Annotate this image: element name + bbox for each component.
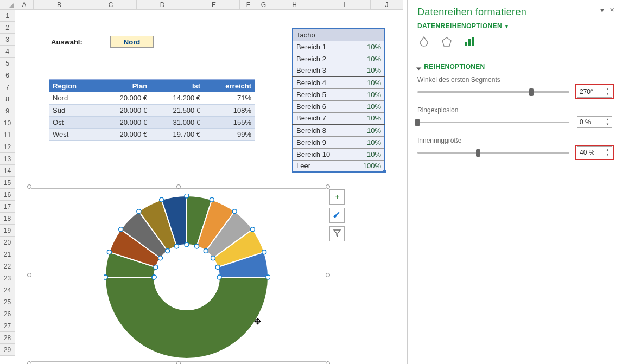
row-header-16[interactable]: 16	[0, 189, 15, 201]
chart-filter-button[interactable]	[329, 226, 345, 241]
chart-selection-handle[interactable]	[158, 256, 162, 260]
table-row[interactable]: West20.000 €19.700 €99%	[49, 128, 255, 140]
donut-chart[interactable]	[104, 194, 270, 360]
row-header-20[interactable]: 20	[0, 237, 15, 248]
angle-input[interactable]: 270°▲▼	[577, 86, 612, 98]
chart-selection-handle[interactable]	[152, 275, 156, 279]
chart-selection-handle[interactable]	[160, 197, 164, 202]
col-header-E[interactable]: E	[188, 0, 240, 10]
chart-selection-handle[interactable]	[215, 265, 220, 269]
row-header-24[interactable]: 24	[0, 284, 15, 296]
chart-selection-handle[interactable]	[217, 275, 221, 279]
section-reihenoptionen[interactable]: REIHENOPTIONEN	[408, 61, 622, 73]
col-header-F[interactable]: F	[240, 0, 257, 10]
pane-options-icon[interactable]: ▼	[599, 7, 605, 14]
table-row[interactable]: Nord20.000 €14.200 €71%	[49, 92, 255, 104]
row-headers[interactable]: 1234567891011121314151617181920212223242…	[0, 10, 15, 356]
chart-selection-handle[interactable]	[210, 197, 214, 202]
explode-slider[interactable]	[417, 118, 569, 126]
chart-selection-handle[interactable]	[232, 209, 237, 214]
pane-close-icon[interactable]: ✕	[610, 7, 614, 14]
row-header-21[interactable]: 21	[0, 248, 15, 260]
chart-selection-handle[interactable]	[204, 248, 208, 253]
region-header[interactable]: Plan	[97, 80, 150, 93]
row-header-4[interactable]: 4	[0, 46, 15, 58]
tacho-table[interactable]: TachoBereich 110%Bereich 210%Bereich 310…	[292, 28, 385, 173]
row-header-2[interactable]: 2	[0, 22, 15, 34]
pane-subtitle[interactable]: DATENREIHENOPTIONEN▼	[408, 20, 622, 35]
chart-selection-handle[interactable]	[107, 250, 111, 254]
table-row[interactable]: Bereich 710%	[293, 112, 385, 124]
series-options-tab-icon[interactable]	[463, 35, 476, 48]
row-header-1[interactable]: 1	[0, 10, 15, 22]
row-header-23[interactable]: 23	[0, 272, 15, 284]
chart-selection-handle[interactable]	[174, 244, 179, 248]
region-table[interactable]: RegionPlanIsterreicht Nord20.000 €14.200…	[49, 79, 255, 141]
row-header-27[interactable]: 27	[0, 320, 15, 332]
table-row[interactable]: Bereich 210%	[293, 53, 385, 65]
row-header-22[interactable]: 22	[0, 260, 15, 272]
column-headers[interactable]: ABCDEFGHIJ	[15, 0, 403, 10]
chart-selection-handle[interactable]	[119, 227, 123, 232]
chart-selection-handle[interactable]	[185, 194, 189, 198]
table-row[interactable]: Bereich 610%	[293, 100, 385, 112]
chart-container[interactable]	[31, 188, 326, 362]
grid[interactable]: Auswahl: Nord RegionPlanIsterreicht Nord…	[15, 10, 407, 364]
col-header-A[interactable]: A	[15, 0, 34, 10]
col-header-B[interactable]: B	[34, 0, 85, 10]
chart-selection-handle[interactable]	[154, 265, 158, 269]
table-row[interactable]: Leer100%	[293, 160, 385, 172]
hole-slider[interactable]	[417, 148, 569, 157]
row-header-10[interactable]: 10	[0, 117, 15, 129]
chart-selection-handle[interactable]	[262, 250, 266, 254]
chart-selection-handle[interactable]	[250, 227, 255, 232]
table-row[interactable]: Süd20.000 €21.500 €108%	[49, 104, 255, 116]
chart-selection-handle[interactable]	[195, 244, 199, 248]
effects-tab-icon[interactable]	[440, 35, 453, 48]
col-header-J[interactable]: J	[371, 0, 403, 10]
select-all-corner[interactable]	[0, 0, 15, 10]
region-header[interactable]: Region	[49, 80, 98, 93]
chart-selection-handle[interactable]	[211, 256, 215, 260]
row-header-8[interactable]: 8	[0, 93, 15, 105]
col-header-I[interactable]: I	[319, 0, 371, 10]
row-header-26[interactable]: 26	[0, 308, 15, 320]
chart-styles-button[interactable]	[329, 208, 345, 223]
chart-selection-handle[interactable]	[266, 275, 270, 279]
table-row[interactable]: Bereich 510%	[293, 88, 385, 100]
chart-selection-handle[interactable]	[137, 209, 141, 214]
chart-selection-handle[interactable]	[166, 248, 170, 253]
row-header-15[interactable]: 15	[0, 177, 15, 189]
table-row[interactable]: Bereich 310%	[293, 65, 385, 76]
chart-selection-handle[interactable]	[104, 275, 107, 279]
region-header[interactable]: erreicht	[204, 80, 255, 93]
table-row[interactable]: Bereich 1010%	[293, 148, 385, 160]
row-header-3[interactable]: 3	[0, 34, 15, 46]
explode-input[interactable]: 0 %▲▼	[577, 116, 612, 128]
row-header-5[interactable]: 5	[0, 58, 15, 69]
col-header-H[interactable]: H	[270, 0, 319, 10]
col-header-G[interactable]: G	[257, 0, 270, 10]
fill-line-tab-icon[interactable]	[417, 35, 430, 48]
chart-selection-handle[interactable]	[185, 242, 189, 247]
hole-input[interactable]: 40 %▲▼	[577, 146, 612, 158]
row-header-13[interactable]: 13	[0, 153, 15, 165]
chart-add-element-button[interactable]: ＋	[329, 189, 345, 205]
col-header-D[interactable]: D	[137, 0, 188, 10]
row-header-28[interactable]: 28	[0, 332, 15, 344]
row-header-7[interactable]: 7	[0, 81, 15, 93]
donut-segment[interactable]	[105, 277, 268, 359]
row-header-6[interactable]: 6	[0, 69, 15, 81]
table-row[interactable]: Ost20.000 €31.000 €155%	[49, 116, 255, 128]
row-header-11[interactable]: 11	[0, 129, 15, 141]
table-row[interactable]: Bereich 810%	[293, 124, 385, 136]
row-header-9[interactable]: 9	[0, 105, 15, 117]
row-header-19[interactable]: 19	[0, 225, 15, 237]
row-header-14[interactable]: 14	[0, 165, 15, 177]
table-row[interactable]: Bereich 410%	[293, 76, 385, 88]
row-header-25[interactable]: 25	[0, 296, 15, 308]
table-row[interactable]: Bereich 910%	[293, 136, 385, 148]
row-header-18[interactable]: 18	[0, 213, 15, 225]
auswahl-value-cell[interactable]: Nord	[110, 36, 154, 48]
region-header[interactable]: Ist	[150, 80, 204, 93]
